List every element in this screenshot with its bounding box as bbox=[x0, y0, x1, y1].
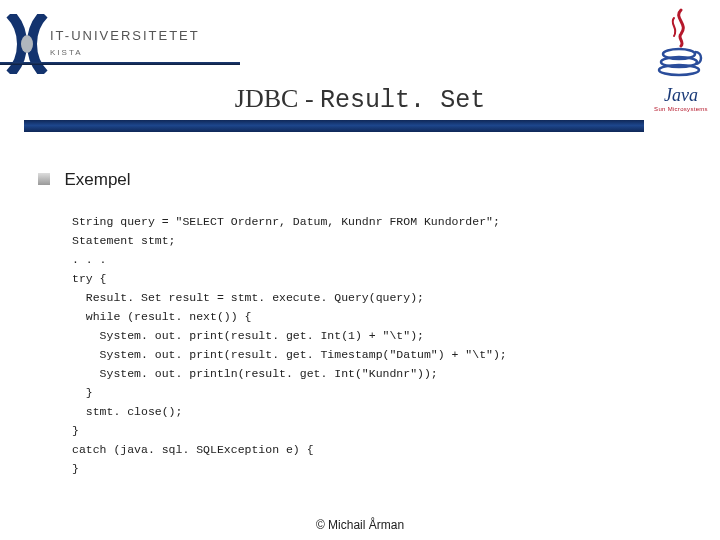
university-mark-icon bbox=[6, 14, 48, 74]
slide-title-plain: JDBC - bbox=[235, 84, 320, 113]
slide-title: JDBC - Result. Set bbox=[0, 84, 720, 115]
section-label: Exempel bbox=[64, 170, 130, 189]
svg-point-1 bbox=[21, 35, 33, 53]
title-band bbox=[24, 120, 644, 132]
university-logo-block: IT-UNIVERSITETET KISTA bbox=[0, 14, 240, 74]
university-subtitle: KISTA bbox=[50, 48, 83, 57]
section-heading: Exempel bbox=[38, 170, 131, 190]
slide-title-mono: Result. Set bbox=[320, 86, 485, 115]
footer-credit: © Michail Årman bbox=[0, 518, 720, 532]
code-block: String query = "SELECT Ordernr, Datum, K… bbox=[72, 212, 507, 478]
university-name: IT-UNIVERSITETET bbox=[50, 28, 200, 43]
java-cup-icon bbox=[657, 8, 705, 78]
logo-underline bbox=[0, 62, 240, 65]
bullet-icon bbox=[38, 173, 50, 185]
